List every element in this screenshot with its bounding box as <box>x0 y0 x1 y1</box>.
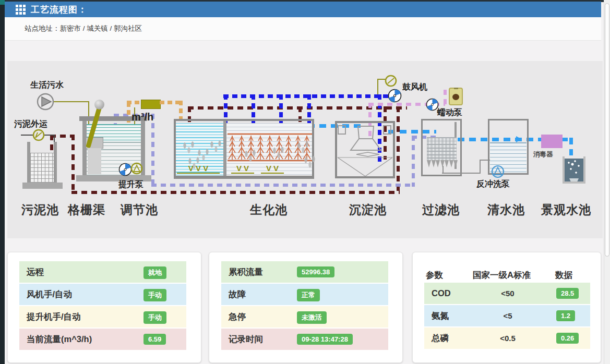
blower-fan-icon <box>388 89 402 103</box>
sludge-out-label: 污泥外运 <box>14 119 47 130</box>
column-header-param: 参数 <box>426 270 443 281</box>
inflow-pump-icon <box>37 93 54 111</box>
backwash-pipe-1 <box>442 173 481 174</box>
status-card: 累积流量 52996.38 故障 正常 急停 未激活 记录时间 09-28 13… <box>209 252 403 363</box>
status-badge: 手动 <box>143 311 166 324</box>
breadcrumb-bar: 站点地址：新密市 / 城关镇 / 郭沟社区 <box>5 17 601 41</box>
line-inflow-h <box>54 101 89 102</box>
sludge-tank-wall-right <box>54 142 57 184</box>
dosing-pump-label: 蠕动泵 <box>437 107 462 118</box>
app-window: 工艺流程图： 站点地址：新密市 / 城关镇 / 郭沟社区 <box>0 0 610 364</box>
status-badge: 6.59 <box>143 334 166 345</box>
bubbles <box>182 139 195 157</box>
breadcrumb: 站点地址：新密市 / 城关镇 / 郭沟社区 <box>25 24 142 33</box>
column-header-data: 数据 <box>555 270 572 281</box>
row-label: 远程 <box>27 261 44 283</box>
disinfector-box <box>541 135 563 148</box>
tank-label-eq: 调节池 <box>111 202 168 218</box>
table-row: 风机手/自动 手动 <box>19 284 186 306</box>
disinfector-label: 消毒器 <box>533 150 553 159</box>
status-badge: 正常 <box>297 289 320 301</box>
pond-fountain-base <box>569 178 579 181</box>
tank-label-screen: 格栅渠 <box>58 202 115 218</box>
scrollbar-thumb[interactable] <box>605 3 609 257</box>
table-row: COD <50 28.5 <box>424 283 590 305</box>
blower-valve-icon <box>385 75 397 87</box>
line-sludge-haul-1 <box>21 135 33 136</box>
row-label: 提升机手/自动 <box>27 306 81 327</box>
pipe-dosing-from-tote <box>444 90 447 104</box>
flow-meter <box>141 100 161 109</box>
data-badge: 0.26 <box>556 333 579 344</box>
filter-media <box>427 137 457 161</box>
status-badge: 52996.38 <box>297 266 334 277</box>
diffusers-ch2a: V V <box>231 164 254 174</box>
settler-internals <box>335 121 395 178</box>
backwash-pipe-2 <box>480 160 481 174</box>
backwash-pump-label: 反冲洗泵 <box>476 179 510 190</box>
control-card: 远程 就地 风机手/自动 手动 提升机手/自动 手动 当前流量(m^3/h) 6… <box>7 252 201 363</box>
quality-card: 参数 国家一级A标准 数据 COD <50 28.5 氨氮 <5 1.2 总磷 … <box>412 252 601 363</box>
process-flow-diagram: V V V V V V V <box>7 61 603 238</box>
pipe-feed-left <box>127 101 142 104</box>
screen-pedestal <box>88 148 101 174</box>
page-header: 工艺流程图： <box>5 2 601 17</box>
bubbles <box>271 144 285 162</box>
table-row: 总磷 <0.5 0.26 <box>424 327 590 350</box>
status-badge: 手动 <box>143 289 166 301</box>
status-badge: 就地 <box>143 266 166 279</box>
line-blower-valve-v <box>377 79 378 94</box>
row-label: 累积流量 <box>229 261 263 283</box>
table-row: 提升机手/自动 手动 <box>19 306 186 329</box>
pipe-backwash-bottom <box>151 184 415 187</box>
row-label: 记录时间 <box>229 329 263 350</box>
lift-pump-label: 提升泵 <box>118 179 143 190</box>
tank-label-settler: 沉淀池 <box>339 202 397 218</box>
data-badge: 28.5 <box>556 288 579 299</box>
pond-bottom <box>563 181 585 184</box>
pipe-backwash-filter-down <box>412 136 415 187</box>
eq-tank-wall-left <box>82 121 87 176</box>
sidebar-logo-corner <box>0 0 5 5</box>
table-row: 当前流量(m^3/h) 6.59 <box>19 329 186 351</box>
param-name: 总磷 <box>432 327 449 349</box>
pipe-sludge-return-riser <box>71 135 75 192</box>
data-badge: 1.2 <box>556 310 575 321</box>
pipe-backwash-riser <box>151 114 154 187</box>
tank-label-filter: 过滤池 <box>412 202 470 218</box>
row-label: 故障 <box>229 284 246 305</box>
table-row: 氨氮 <5 1.2 <box>424 305 590 327</box>
standard-value: <5 <box>476 305 539 326</box>
row-label: 当前流量(m^3/h) <box>27 329 92 350</box>
diffusers-ch2b: V V <box>261 164 284 174</box>
row-label: 急停 <box>229 306 246 327</box>
sidebar-edge <box>0 0 5 364</box>
page-title: 工艺流程图： <box>31 4 87 16</box>
param-name: COD <box>432 283 451 304</box>
tank-label-bio: 生化池 <box>240 202 297 218</box>
diffusers-ch1: V V V <box>177 164 220 174</box>
standard-value: <0.5 <box>476 327 539 349</box>
pipe-sludge-top-header <box>188 106 407 110</box>
bubbles <box>303 154 316 172</box>
blower-label: 鼓风机 <box>402 82 427 93</box>
line-inflow-v <box>88 101 89 127</box>
bubbles <box>209 138 222 156</box>
standard-value: <50 <box>476 283 539 304</box>
table-row: 记录时间 09-28 13:47:28 <box>221 329 388 351</box>
screen-drive-ball <box>94 100 104 110</box>
chemical-tote <box>449 88 463 105</box>
pond-wall-right <box>583 156 585 184</box>
pipe-water-into-landscape <box>569 138 573 155</box>
flow-unit-label: m³/h <box>131 111 153 123</box>
sludge-tank-mesh <box>30 153 54 183</box>
status-badge: 09-28 13:47:28 <box>297 334 353 345</box>
line-sludge-haul-2 <box>44 135 55 136</box>
status-badge: 未激活 <box>297 311 327 324</box>
lift-pump-valve-icon <box>130 162 143 175</box>
table-row: 累积流量 52996.38 <box>221 261 388 284</box>
bubbles <box>243 148 257 165</box>
grid-icon <box>16 5 27 15</box>
inflow-label: 生活污水 <box>30 80 64 91</box>
param-name: 氨氮 <box>432 305 449 326</box>
